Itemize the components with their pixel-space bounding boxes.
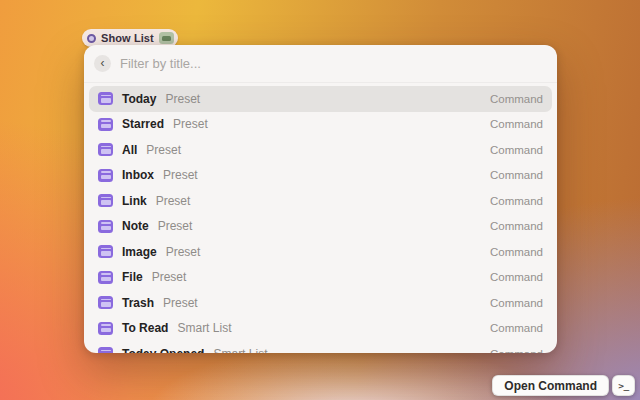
item-title: To Read	[122, 321, 168, 335]
list-item[interactable]: To Read Smart List Command	[89, 316, 552, 342]
chip-label: Show List	[101, 32, 154, 44]
item-title: File	[122, 270, 143, 284]
item-type-label: Command	[490, 169, 543, 181]
open-command-label: Open Command	[504, 379, 597, 393]
item-subtitle: Preset	[163, 296, 198, 310]
list-glyph-icon	[98, 169, 113, 182]
item-subtitle: Smart List	[177, 321, 231, 335]
item-subtitle: Preset	[165, 92, 200, 106]
list-item[interactable]: Image Preset Command	[89, 239, 552, 265]
item-type-label: Command	[490, 271, 543, 283]
list-glyph-icon	[98, 194, 113, 207]
item-type-label: Command	[490, 246, 543, 258]
list-glyph-icon	[98, 245, 113, 258]
list-glyph-icon	[98, 92, 113, 105]
item-subtitle: Preset	[163, 168, 198, 182]
back-button[interactable]: ‹	[94, 55, 111, 72]
item-title: All	[122, 143, 137, 157]
gear-icon	[87, 34, 96, 43]
list-glyph-icon	[98, 296, 113, 309]
command-list: Today Preset Command Starred Preset Comm…	[84, 83, 557, 353]
item-subtitle: Preset	[156, 194, 191, 208]
open-command-button[interactable]: Open Command	[492, 375, 609, 396]
item-subtitle: Preset	[146, 143, 181, 157]
item-subtitle: Preset	[173, 117, 208, 131]
item-type-label: Command	[490, 220, 543, 232]
command-palette: ‹ Today Preset Command Starred Preset Co…	[84, 45, 557, 353]
item-type-label: Command	[490, 118, 543, 130]
filter-input[interactable]	[120, 56, 547, 71]
item-type-label: Command	[490, 322, 543, 334]
item-subtitle: Smart List	[213, 347, 267, 353]
search-bar: ‹	[84, 45, 557, 83]
item-subtitle: Preset	[166, 245, 201, 259]
item-title: Link	[122, 194, 147, 208]
list-item[interactable]: Trash Preset Command	[89, 290, 552, 316]
shortcut-keycap: >_	[612, 375, 635, 396]
item-type-label: Command	[490, 348, 543, 353]
list-glyph-icon	[98, 143, 113, 156]
list-item[interactable]: Inbox Preset Command	[89, 163, 552, 189]
list-item[interactable]: Link Preset Command	[89, 188, 552, 214]
item-type-label: Command	[490, 144, 543, 156]
item-subtitle: Preset	[152, 270, 187, 284]
list-item[interactable]: Today Opened Smart List Command	[89, 341, 552, 353]
open-command-hint: Open Command >_	[492, 375, 635, 396]
list-badge-icon	[159, 32, 174, 44]
list-glyph-icon	[98, 118, 113, 131]
item-title: Today	[122, 92, 156, 106]
list-item[interactable]: Starred Preset Command	[89, 112, 552, 138]
list-item[interactable]: File Preset Command	[89, 265, 552, 291]
desktop-background: Show List ‹ Today Preset Command Starred…	[0, 0, 640, 400]
list-glyph-icon	[98, 347, 113, 353]
item-title: Starred	[122, 117, 164, 131]
item-type-label: Command	[490, 297, 543, 309]
list-item[interactable]: Note Preset Command	[89, 214, 552, 240]
list-glyph-icon	[98, 322, 113, 335]
prompt-icon: >_	[618, 380, 628, 391]
item-title: Note	[122, 219, 149, 233]
list-item[interactable]: All Preset Command	[89, 137, 552, 163]
item-title: Image	[122, 245, 157, 259]
item-type-label: Command	[490, 93, 543, 105]
list-glyph-icon	[98, 271, 113, 284]
list-item[interactable]: Today Preset Command	[89, 86, 552, 112]
item-subtitle: Preset	[158, 219, 193, 233]
chevron-left-icon: ‹	[101, 57, 105, 69]
list-glyph-icon	[98, 220, 113, 233]
item-type-label: Command	[490, 195, 543, 207]
item-title: Today Opened	[122, 347, 204, 353]
item-title: Trash	[122, 296, 154, 310]
item-title: Inbox	[122, 168, 154, 182]
